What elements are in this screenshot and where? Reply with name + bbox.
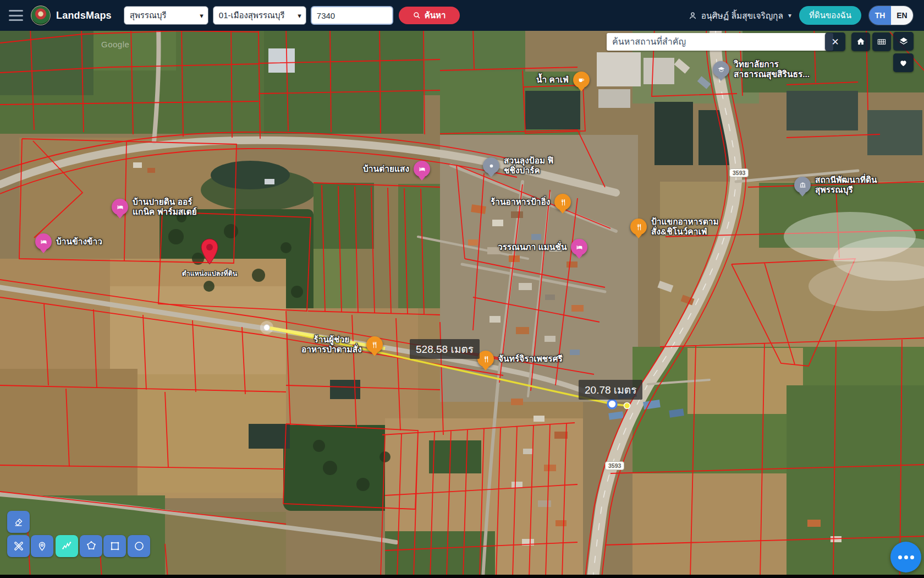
user-menu[interactable]: อนุศิษฏ์ ลิ้มสุขเจริญกุล ▾ — [688, 9, 791, 23]
map-pin-icon — [200, 238, 219, 265]
lodging-icon[interactable] — [112, 199, 128, 215]
restaurant-icon[interactable] — [554, 194, 571, 210]
language-toggle: TH EN — [869, 6, 913, 25]
search-button-label: ค้นหา — [425, 9, 446, 22]
cafe-icon[interactable] — [573, 72, 590, 88]
edit-tools-button[interactable] — [7, 535, 30, 557]
poi-chanjira: จันทร์จิราเพชรศรี — [477, 351, 563, 367]
measurement-label-2: 20.78 เมตร — [579, 380, 642, 400]
bottom-border — [0, 575, 924, 578]
user-icon — [688, 11, 697, 20]
eraser-button[interactable] — [7, 511, 30, 533]
chevron-down-icon: ▾ — [200, 12, 204, 20]
poi-baan-khang-khao: บ้านข้างข้าว — [35, 233, 102, 250]
parcel-number-input[interactable] — [311, 6, 393, 25]
district-select-value: 01-เมืองสุพรรณบุรี — [219, 9, 285, 22]
measure-line-icon — [61, 539, 74, 553]
province-select[interactable]: สุพรรณบุรี ▾ — [124, 6, 208, 25]
my-land-button[interactable]: ที่ดินของฉัน — [799, 6, 861, 25]
poi-land-development-station: สถานีพัฒนาที่ดินสุพรรณบุรี — [794, 175, 877, 195]
graduation-cap-icon[interactable] — [713, 61, 729, 78]
poi-farmstay: บ้านปายดิน ออร์แกนิค ฟาร์มสเตย์ — [112, 197, 197, 217]
lodging-icon[interactable] — [571, 239, 587, 255]
google-watermark: Google — [101, 40, 129, 49]
lang-en-button[interactable]: EN — [891, 6, 913, 25]
layers-button[interactable] — [893, 32, 914, 51]
eraser-icon — [13, 516, 25, 528]
home-icon — [855, 36, 866, 47]
pin-tool-button[interactable] — [31, 535, 53, 557]
poi-phu-chuay: ร้านผู้ช่วยอาหารป่าตามสั่ง — [301, 335, 383, 355]
pencil-ruler-icon — [12, 539, 25, 553]
heart-icon — [898, 58, 909, 68]
poi-pa-ing-restaurant: ร้านอาหารป้าอิ่ง — [491, 194, 571, 210]
lang-th-button[interactable]: TH — [869, 6, 891, 25]
app-title: LandsMaps — [56, 10, 112, 21]
ellipsis-icon — [898, 555, 902, 559]
place-dot-icon[interactable] — [483, 157, 499, 174]
poi-nam-cafe: น้ำ คาเฟ่ — [536, 72, 590, 88]
province-select-value: สุพรรณบุรี — [130, 9, 167, 22]
restaurant-icon[interactable] — [477, 351, 494, 367]
restaurant-icon[interactable] — [630, 219, 647, 235]
user-name: อนุศิษฏ์ ลิ้มสุขเจริญกุล — [701, 9, 783, 23]
poi-college: วิทยาลัยการสาธารณสุขสิรินธร... — [713, 59, 810, 80]
chevron-down-icon: ▾ — [298, 12, 301, 20]
hamburger-menu-icon[interactable] — [9, 10, 23, 21]
road-badge-3593: 3593 — [605, 461, 624, 470]
rectangle-tool-button[interactable] — [103, 535, 126, 557]
polygon-tool-button[interactable] — [80, 535, 102, 557]
chevron-down-icon: ▾ — [788, 12, 791, 19]
home-button[interactable] — [851, 32, 870, 51]
polygon-icon — [85, 539, 98, 553]
search-icon — [413, 12, 421, 19]
measure-line-tool-button[interactable] — [56, 535, 78, 557]
dol-logo — [31, 6, 51, 25]
grid-icon — [876, 36, 887, 47]
district-select[interactable]: 01-เมืองสุพรรณบุรี ▾ — [213, 6, 306, 25]
satellite-layer — [0, 0, 924, 578]
lodging-icon[interactable] — [414, 161, 430, 177]
poi-baan-tai-saeng: บ้านต่ายแสง — [363, 161, 430, 177]
parcel-pin-label: ตำแหน่งแปลงที่ดิน — [174, 268, 245, 279]
favorites-button[interactable] — [893, 53, 914, 72]
search-button[interactable]: ค้นหา — [399, 7, 460, 24]
lodging-icon[interactable] — [35, 233, 52, 250]
parcel-pin[interactable] — [200, 238, 219, 268]
rectangle-icon — [108, 539, 122, 553]
poi-pa-khaek: ป้าแขกอาหารตามสั่ง&ชิโนว์คาเฟ่ — [630, 217, 719, 237]
top-navbar: LandsMaps สุพรรณบุรี ▾ 01-เมืองสุพรรณบุร… — [0, 0, 924, 31]
road-badge-3593: 3593 — [729, 168, 749, 177]
landmark-icon[interactable] — [794, 177, 811, 193]
layers-icon — [898, 36, 909, 47]
more-options-fab[interactable] — [890, 542, 921, 572]
map-canvas[interactable] — [0, 0, 924, 578]
pin-tool-icon — [36, 540, 48, 553]
poi-fishing-park: สวนลุงป้อม ฟิชชิ่งปาร์ค — [483, 156, 553, 176]
measurement-label-1: 528.58 เมตร — [410, 339, 480, 359]
place-search-input[interactable] — [607, 33, 833, 51]
circle-icon — [133, 539, 146, 553]
poi-mansion: วรรณนภา แมนชั่น — [498, 239, 587, 255]
circle-tool-button[interactable] — [128, 535, 150, 557]
grid-layer-button[interactable] — [872, 32, 891, 51]
landsmaps-app: LandsMaps สุพรรณบุรี ▾ 01-เมืองสุพรรณบุร… — [0, 0, 924, 578]
clear-search-button[interactable]: ✕ — [825, 32, 845, 51]
restaurant-icon[interactable] — [366, 336, 383, 353]
